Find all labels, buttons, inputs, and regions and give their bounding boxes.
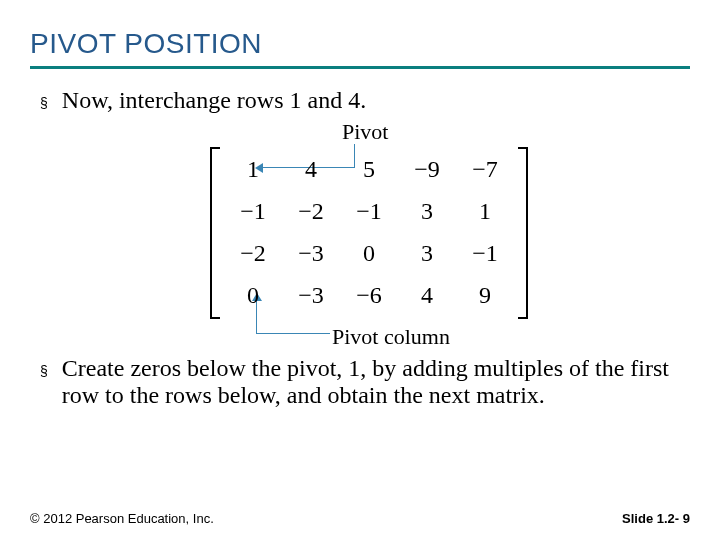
bullet-1: § Now, interchange rows 1 and 4. [40,87,680,115]
matrix-cell: −7 [472,156,498,184]
matrix-cell: 3 [421,198,433,226]
matrix-cell: 5 [363,156,375,184]
bullet-2-text: Create zeros below the pivot, 1, by addi… [62,355,680,410]
copyright-text: © 2012 Pearson Education, Inc. [30,511,214,526]
callout-line [256,333,330,334]
matrix-cell: 1 [247,156,259,184]
matrix-cell: −3 [298,240,324,268]
bullet-mark-icon: § [40,363,48,379]
matrix-cell: 4 [421,282,433,310]
bullet-1-text: Now, interchange rows 1 and 4. [62,87,680,115]
matrix-cell: 3 [421,240,433,268]
slide-body: § Now, interchange rows 1 and 4. Pivot P… [0,69,720,410]
matrix-cell: 4 [305,156,317,184]
matrix: 1 4 5 −9 −7 −1 −2 −1 3 1 −2 −3 0 3 −1 0 [210,147,528,319]
slide-number: Slide 1.2- 9 [622,511,690,526]
pivot-label: Pivot [342,119,388,144]
pivot-column-label: Pivot column [332,324,450,349]
matrix-cell: −1 [240,198,266,226]
matrix-grid: 1 4 5 −9 −7 −1 −2 −1 3 1 −2 −3 0 3 −1 0 [220,147,518,319]
bullet-2: § Create zeros below the pivot, 1, by ad… [40,355,680,410]
matrix-cell: 9 [479,282,491,310]
matrix-cell: 1 [479,198,491,226]
slide: PIVOT POSITION § Now, interchange rows 1… [0,0,720,540]
bracket-right-icon [518,147,528,319]
bullet-mark-icon: § [40,95,48,111]
matrix-cell: −2 [240,240,266,268]
slide-title: PIVOT POSITION [30,28,720,60]
matrix-cell: −3 [298,282,324,310]
footer: © 2012 Pearson Education, Inc. Slide 1.2… [0,511,720,526]
matrix-cell: 0 [247,282,259,310]
matrix-cell: −2 [298,198,324,226]
bracket-left-icon [210,147,220,319]
matrix-cell: −9 [414,156,440,184]
matrix-figure: Pivot Pivot column 1 4 5 −9 −7 −1 −2 −1 [40,119,680,349]
matrix-cell: 0 [363,240,375,268]
matrix-cell: −1 [356,198,382,226]
matrix-cell: −6 [356,282,382,310]
title-block: PIVOT POSITION [0,0,720,69]
matrix-cell: −1 [472,240,498,268]
